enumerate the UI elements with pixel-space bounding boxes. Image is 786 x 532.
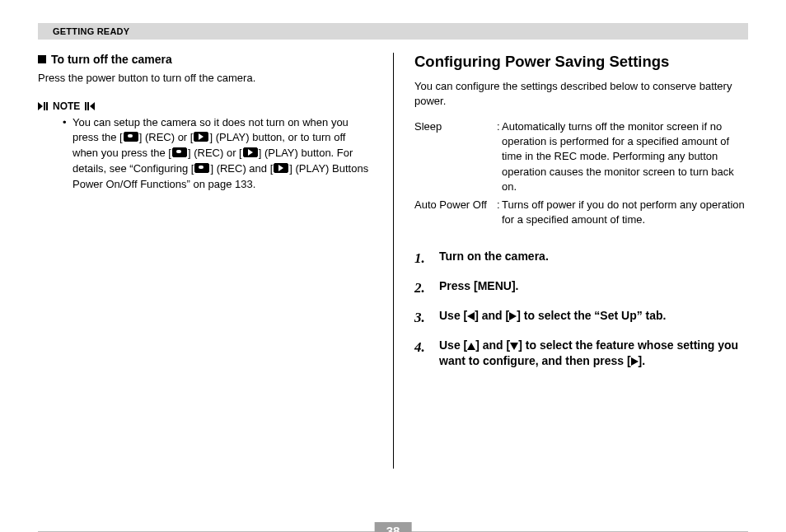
right-arrow-icon [509, 312, 517, 320]
note-label: NOTE [53, 100, 80, 112]
step-text: Use [] and [] to select the “Set Up” tab… [439, 308, 666, 328]
definition-term: Sleep [414, 119, 497, 194]
definition-row: Auto Power Off : Turns off power if you … [414, 198, 748, 227]
right-column: Configuring Power Saving Settings You ca… [393, 53, 748, 502]
note-heading: NOTE [38, 100, 372, 112]
step-4: 4. Use [] and [] to select the feature w… [414, 338, 748, 370]
rec-icon [194, 163, 209, 173]
left-column: To turn off the camera Press the power b… [38, 53, 393, 502]
left-heading: To turn off the camera [38, 53, 372, 66]
step-number: 3. [414, 308, 431, 328]
play-icon [194, 132, 208, 142]
play-icon [243, 147, 258, 157]
step-number: 1. [414, 249, 431, 268]
rec-icon [124, 132, 138, 142]
step-seg: Use [ [439, 338, 467, 352]
left-heading-text: To turn off the camera [51, 53, 172, 66]
definition-term: Auto Power Off [414, 198, 497, 227]
rec-icon [172, 147, 187, 157]
step-seg: ] and [ [475, 338, 510, 352]
manual-page: GETTING READY To turn off the camera Pre… [0, 23, 786, 532]
left-arrow-icon [467, 312, 475, 320]
step-seg: ] to select the “Set Up” tab. [517, 309, 666, 322]
column-divider [393, 53, 394, 469]
note-seg: ] (REC) and [ [210, 162, 273, 175]
note-seg: ] (REC) or [ [139, 131, 194, 143]
down-arrow-icon [510, 343, 518, 350]
section-header-band: GETTING READY [38, 23, 748, 40]
note-bullet: • You can setup the camera so it does no… [38, 115, 372, 193]
right-arrow-icon [631, 357, 639, 366]
step-3: 3. Use [] and [] to select the “Set Up” … [414, 308, 748, 328]
step-seg: ]. [639, 354, 646, 367]
definition-body: Turns off power if you do not perform an… [502, 198, 748, 227]
note-text: You can setup the camera so it does not … [73, 115, 372, 193]
page-footer: 38 [38, 522, 748, 532]
step-number: 4. [414, 338, 431, 370]
note-ornament-right-icon [85, 102, 95, 110]
definition-row: Sleep : Automatically turns off the moni… [414, 119, 748, 194]
step-1: 1. Turn on the camera. [414, 249, 748, 268]
note-ornament-left-icon [38, 102, 48, 110]
section-header-text: GETTING READY [53, 26, 129, 36]
definition-body: Automatically turns off the monitor scre… [502, 119, 748, 194]
step-text: Use [] and [] to select the feature whos… [439, 338, 748, 370]
note-seg: ] (REC) or [ [188, 147, 242, 159]
steps-list: 1. Turn on the camera. 2. Press [MENU]. … [414, 249, 748, 370]
step-text: Turn on the camera. [439, 249, 549, 268]
step-text: Press [MENU]. [439, 278, 518, 298]
play-icon [274, 163, 288, 173]
right-title: Configuring Power Saving Settings [414, 53, 748, 71]
content-columns: To turn off the camera Press the power b… [38, 53, 748, 502]
step-number: 2. [414, 278, 431, 298]
step-seg: Use [ [439, 309, 467, 322]
bullet-dot: • [63, 115, 69, 193]
page-number: 38 [375, 522, 412, 532]
right-intro: You can configure the settings described… [414, 79, 748, 108]
step-seg: ] and [ [475, 309, 509, 322]
square-bullet-icon [38, 55, 46, 63]
left-intro: Press the power button to turn off the c… [38, 71, 372, 86]
up-arrow-icon [467, 343, 475, 350]
step-2: 2. Press [MENU]. [414, 278, 748, 298]
